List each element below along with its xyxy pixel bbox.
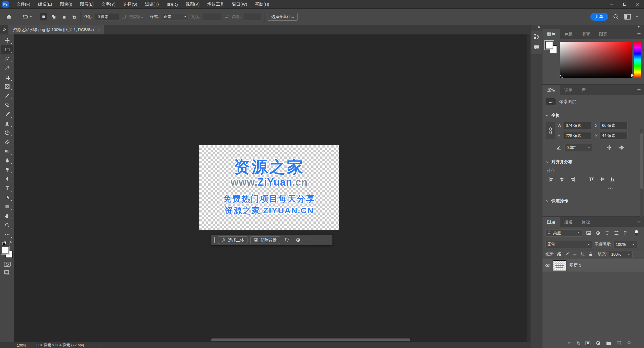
filter-type-layers-icon[interactable] [604,230,610,236]
foreground-background-colors[interactable] [1,247,13,260]
width-value-input[interactable]: 374 像素 [563,122,591,129]
hand-tool[interactable] [1,211,13,220]
workspace-switcher-icon[interactable] [624,14,631,20]
new-layer-icon[interactable] [616,340,622,346]
transform-section-header[interactable]: 变换 [542,109,644,120]
layer-visibility-toggle[interactable] [542,259,553,272]
document-tab[interactable]: 资源之家水印.png @ 100% (图层 1, RGB/8#) × [8,25,104,34]
filter-pixel-layers-icon[interactable] [585,230,592,236]
menu-help[interactable]: 帮助(H) [251,0,273,8]
select-and-mask-button[interactable]: 选择并遮住... [268,13,298,21]
canvas-vertical-scrollbar[interactable] [527,34,530,342]
menu-plugins[interactable]: 增效工具 [204,0,228,8]
height-value-input[interactable]: 228 像素 [563,132,591,139]
canvas-horizontal-scrollbar[interactable] [15,338,530,342]
foreground-color-swatch[interactable] [2,247,9,254]
menu-edit[interactable]: 编辑(E) [34,0,56,8]
align-bottom-edges-icon[interactable] [610,176,616,182]
path-selection-tool[interactable] [1,193,13,202]
close-button[interactable] [631,0,644,8]
flip-vertical-icon[interactable] [619,145,625,150]
default-and-swap-colors[interactable] [1,240,13,246]
new-adjustment-layer-icon[interactable] [596,340,601,346]
zoom-level-field[interactable]: 100% [0,343,34,347]
menu-image[interactable]: 图像(I) [56,0,76,8]
tab-adjustments[interactable]: 调整 [560,85,577,95]
new-selection-mode-button[interactable] [40,13,47,20]
subtract-from-selection-mode-button[interactable] [60,13,67,20]
tab-properties[interactable]: 属性 [542,85,560,95]
hue-slider-strip[interactable] [634,42,641,78]
share-button[interactable]: 共享 [590,13,608,21]
edit-toolbar-button[interactable] [1,230,13,239]
height-input[interactable] [244,13,262,20]
filter-type-select[interactable]: 类型 [545,229,583,237]
layer-filtering-toggle[interactable] [633,230,640,236]
status-prev-icon[interactable]: ‹ [100,343,101,347]
layer-name[interactable]: 图层 1 [569,263,581,268]
canvas-area[interactable]: 资源之家 www.ZiYuan.cn 免费热门项目每天分享 资源之家 ZIYUA… [15,34,530,342]
x-value-input[interactable]: 66 像素 [600,122,628,129]
flip-horizontal-icon[interactable] [606,145,612,150]
frame-tool[interactable] [1,82,13,91]
antialias-checkbox[interactable] [122,15,126,18]
layer-row-selected[interactable]: 图层 1 [542,259,644,272]
search-icon[interactable] [613,13,619,20]
home-button[interactable] [3,13,15,21]
width-input[interactable] [203,13,221,20]
properties-scrollbar[interactable] [640,129,643,221]
expand-dock-icon[interactable] [638,25,641,29]
dodge-tool[interactable] [1,165,13,174]
align-right-edges-icon[interactable] [569,176,575,182]
layer-style-button[interactable]: fx [577,341,580,346]
tab-swatches[interactable]: 色板 [560,29,577,39]
hue-slider-pointer[interactable] [631,74,634,77]
history-brush-tool[interactable] [1,128,13,137]
align-horizontal-centers-icon[interactable] [559,176,565,182]
eyedropper-tool[interactable] [1,91,13,100]
document-image[interactable]: 资源之家 www.ZiYuan.cn 免费热门项目每天分享 资源之家 ZIYUA… [199,145,339,230]
transform-image-button[interactable] [283,236,291,244]
minimize-button[interactable] [605,0,618,8]
chevron-down-icon[interactable] [636,15,638,18]
create-adjustment-button[interactable] [294,236,302,244]
lock-all-icon[interactable] [588,251,593,257]
tab-channels[interactable]: 通道 [560,217,577,227]
screen-mode-button[interactable] [1,268,13,277]
rotation-angle-select[interactable]: 0.00° [564,144,592,151]
tab-libraries[interactable]: 库 [577,85,590,95]
tool-preset-picker[interactable] [21,13,34,20]
panel-menu-icon[interactable] [637,220,641,224]
spot-healing-brush-tool[interactable] [1,100,13,109]
gradient-tool[interactable] [1,146,13,156]
add-to-selection-mode-button[interactable] [50,13,57,20]
collapse-dock-icon[interactable] [537,25,541,29]
history-panel-button[interactable] [531,32,542,42]
maximize-button[interactable] [618,0,631,8]
scrollbar-thumb[interactable] [640,133,643,189]
align-left-edges-icon[interactable] [548,176,554,182]
y-value-input[interactable]: 44 像素 [600,132,628,139]
brush-tool[interactable] [1,109,13,119]
color-picker-ring[interactable] [560,75,563,78]
remove-background-button[interactable]: 移除背景 [250,236,280,244]
add-layer-mask-icon[interactable] [585,340,591,346]
fill-select[interactable]: 100% [609,251,633,258]
align-top-edges-icon[interactable] [588,176,595,182]
menu-view[interactable]: 视图(V) [182,0,204,8]
filter-shape-layers-icon[interactable] [613,230,620,236]
align-section-header[interactable]: 对齐并分布 [542,155,644,166]
lasso-tool[interactable] [1,54,13,63]
align-vertical-centers-icon[interactable] [599,176,605,182]
quick-actions-section-header[interactable]: 快速操作 [542,194,644,205]
lock-artboard-icon[interactable] [580,251,586,257]
more-options-button[interactable] [305,236,313,244]
close-tab-icon[interactable]: × [98,27,100,32]
tab-patterns[interactable]: 图案 [595,29,612,39]
lock-image-pixels-icon[interactable] [564,251,570,257]
tab-overflow-icon[interactable] [0,25,8,34]
pen-tool[interactable] [1,174,13,183]
zoom-tool[interactable] [1,220,13,230]
foreground-color-swatch[interactable] [545,41,553,49]
filter-smart-objects-icon[interactable] [622,230,629,236]
